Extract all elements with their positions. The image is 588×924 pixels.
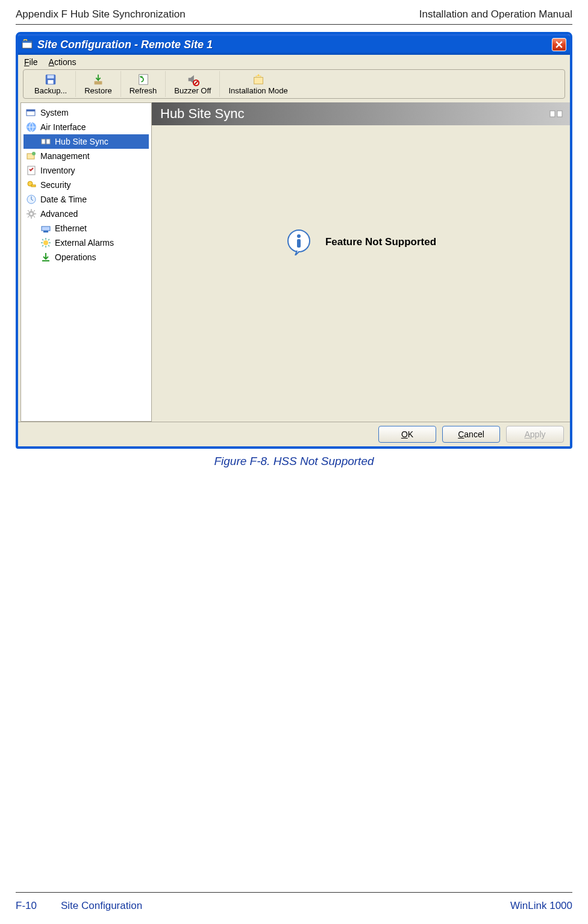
nav-label: System	[40, 108, 69, 117]
operations-icon	[40, 252, 51, 263]
ok-button[interactable]: OK	[378, 426, 436, 443]
svg-point-17	[32, 152, 36, 155]
dialog-button-row: OK Cancel Apply	[18, 422, 570, 446]
nav-management[interactable]: Management	[23, 149, 149, 163]
menu-file[interactable]: File	[24, 57, 38, 67]
nav-air-interface[interactable]: Air Interface	[23, 120, 149, 134]
footer-section: Site Configuration	[61, 900, 142, 911]
nav-date-time[interactable]: Date & Time	[23, 192, 149, 207]
toolbar: Backup... Restore Refresh Buzzer Off	[23, 69, 565, 99]
message-text: Feature Not Supported	[325, 236, 436, 248]
nav-label: Advanced	[40, 209, 78, 219]
svg-point-26	[43, 240, 48, 245]
nav-label: Management	[40, 151, 90, 161]
svg-rect-5	[95, 81, 102, 85]
system-icon	[26, 107, 37, 118]
svg-rect-15	[46, 139, 50, 144]
svg-rect-12	[27, 110, 35, 111]
hub-sync-header-icon	[549, 107, 563, 118]
toolbar-buzzer[interactable]: Buzzer Off	[166, 71, 220, 97]
clock-icon	[26, 194, 37, 205]
svg-rect-31	[297, 239, 301, 248]
info-icon	[286, 229, 312, 255]
cancel-button[interactable]: Cancel	[442, 426, 500, 443]
close-button[interactable]	[552, 38, 566, 51]
nav-external-alarms[interactable]: External Alarms	[23, 236, 149, 250]
nav-operations[interactable]: Operations	[23, 250, 149, 264]
air-interface-icon	[26, 122, 37, 133]
header-right: Installation and Operation Manual	[419, 8, 572, 20]
menu-bar: File Actions	[18, 55, 570, 69]
apply-button[interactable]: Apply	[506, 426, 564, 443]
toolbar-buzzer-label: Buzzer Off	[174, 86, 211, 95]
nav-label: Security	[40, 180, 71, 190]
figure-caption: Figure F-8. HSS Not Supported	[0, 455, 588, 468]
content-pane: Hub Site Sync Feature Not Supported	[152, 102, 570, 422]
nav-label: Air Interface	[40, 122, 86, 132]
nav-label: External Alarms	[55, 238, 114, 248]
svg-rect-14	[42, 139, 45, 144]
nav-label: Inventory	[40, 166, 75, 175]
nav-inventory[interactable]: Inventory	[23, 163, 149, 178]
alarm-icon	[40, 237, 51, 248]
window-icon	[22, 39, 33, 50]
titlebar[interactable]: Site Configuration - Remote Site 1	[18, 34, 570, 55]
toolbar-install-label: Installation Mode	[228, 86, 287, 95]
toolbar-restore[interactable]: Restore	[76, 71, 121, 97]
toolbar-backup-label: Backup...	[34, 86, 67, 95]
toolbar-install-mode[interactable]: Installation Mode	[220, 71, 296, 97]
svg-point-23	[30, 213, 33, 215]
svg-rect-28	[550, 111, 555, 117]
svg-rect-1	[22, 41, 32, 43]
svg-rect-25	[43, 231, 48, 233]
nav-advanced[interactable]: Advanced	[23, 207, 149, 221]
menu-actions[interactable]: Actions	[49, 57, 77, 67]
app-window: Site Configuration - Remote Site 1 File …	[16, 32, 572, 449]
gear-icon	[26, 208, 37, 219]
nav-label: Date & Time	[40, 195, 87, 204]
buzzer-off-icon	[185, 73, 201, 86]
nav-hub-site-sync[interactable]: Hub Site Sync	[23, 134, 149, 149]
svg-point-9	[255, 76, 257, 77]
restore-icon	[90, 73, 106, 86]
save-icon	[43, 73, 58, 86]
install-mode-icon	[251, 73, 266, 86]
inventory-icon	[26, 165, 37, 176]
ethernet-icon	[40, 223, 51, 234]
feature-not-supported-message: Feature Not Supported	[152, 229, 570, 255]
toolbar-refresh[interactable]: Refresh	[121, 71, 166, 97]
footer-product: WinLink 1000	[510, 900, 572, 912]
page-running-header: Appendix F Hub Site Synchronization Inst…	[0, 0, 588, 23]
svg-rect-8	[254, 77, 263, 84]
svg-rect-3	[48, 75, 54, 79]
nav-label: Ethernet	[55, 223, 87, 233]
toolbar-restore-label: Restore	[84, 86, 112, 95]
nav-security[interactable]: Security	[23, 178, 149, 192]
nav-system[interactable]: System	[23, 105, 149, 120]
nav-label: Hub Site Sync	[55, 137, 108, 146]
management-icon	[26, 151, 37, 161]
header-left: Appendix F Hub Site Synchronization	[16, 8, 186, 20]
window-body: System Air Interface Hub Site Sync Manag…	[18, 102, 570, 422]
svg-rect-29	[557, 111, 562, 117]
header-divider	[16, 24, 572, 25]
toolbar-refresh-label: Refresh	[130, 86, 157, 95]
svg-point-10	[260, 76, 261, 77]
security-icon	[26, 179, 37, 190]
refresh-icon	[136, 73, 151, 86]
svg-rect-24	[42, 226, 50, 231]
svg-rect-20	[31, 185, 36, 187]
content-title: Hub Site Sync	[160, 106, 244, 122]
toolbar-backup[interactable]: Backup...	[26, 71, 76, 97]
footer-divider	[16, 892, 572, 893]
footer-page-num: F-10	[16, 900, 37, 911]
svg-rect-4	[48, 80, 54, 84]
hub-sync-icon	[40, 136, 51, 147]
svg-point-30	[297, 234, 301, 238]
page-running-footer: F-10Site Configuration WinLink 1000	[16, 900, 572, 912]
window-title: Site Configuration - Remote Site 1	[37, 39, 552, 51]
nav-label: Operations	[55, 252, 96, 262]
svg-rect-27	[42, 260, 49, 261]
content-header: Hub Site Sync	[152, 102, 570, 125]
nav-ethernet[interactable]: Ethernet	[23, 221, 149, 236]
